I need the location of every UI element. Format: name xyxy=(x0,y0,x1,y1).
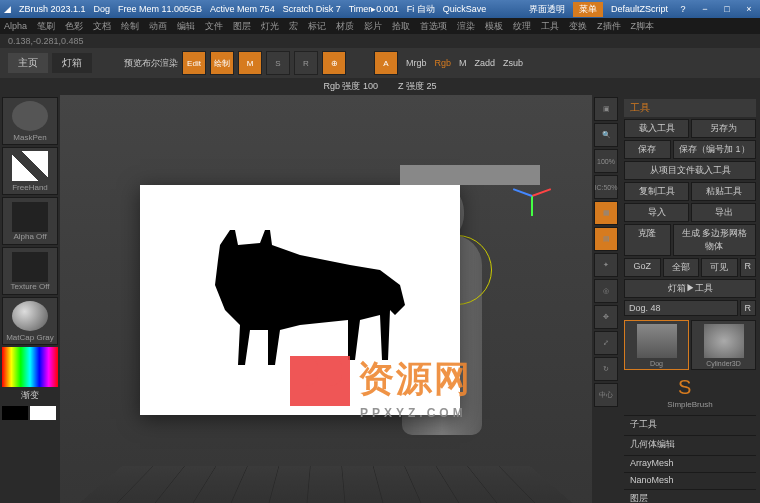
material-matcap[interactable]: MatCap Gray xyxy=(2,297,58,345)
genpoly-button[interactable]: 生成 多边形网格物体 xyxy=(673,224,756,256)
texture-off[interactable]: Texture Off xyxy=(2,247,58,295)
close-icon[interactable]: × xyxy=(742,2,756,16)
bpr-button[interactable]: ▣ xyxy=(594,97,618,121)
script[interactable]: DefaultZScript xyxy=(611,4,668,14)
r-button[interactable]: R xyxy=(740,258,757,277)
thumb-cylinder[interactable]: Cylinder3D xyxy=(691,320,756,370)
menu-texture[interactable]: 纹理 xyxy=(513,20,531,33)
menu-movie[interactable]: 影片 xyxy=(364,20,382,33)
thumb-dog[interactable]: Dog xyxy=(624,320,689,370)
menu-macro[interactable]: 宏 xyxy=(289,20,298,33)
export-button[interactable]: 导出 xyxy=(691,203,756,222)
simplebrush[interactable]: S SimpleBrush xyxy=(624,372,756,413)
section-subtool[interactable]: 子工具 xyxy=(624,415,756,433)
menu-draw[interactable]: 绘制 xyxy=(121,20,139,33)
frame-button[interactable]: ◎ xyxy=(594,279,618,303)
visible-button[interactable]: 可见 xyxy=(701,258,738,277)
goz-button[interactable]: GoZ xyxy=(624,258,661,277)
zoom-icon[interactable]: 🔍 xyxy=(594,123,618,147)
ic-value[interactable]: IC:50% xyxy=(594,175,618,199)
move-icon[interactable]: ✥ xyxy=(594,305,618,329)
rgb-label[interactable]: Rgb xyxy=(435,58,452,68)
rotate-button[interactable]: R xyxy=(294,51,318,75)
menu-tool[interactable]: 工具 xyxy=(541,20,559,33)
menu-material[interactable]: 材质 xyxy=(336,20,354,33)
load-tool-button[interactable]: 载入工具 xyxy=(624,119,689,138)
toolname[interactable]: Dog. 48 xyxy=(624,300,738,316)
clone-button[interactable]: 克隆 xyxy=(624,224,671,256)
menu-picker[interactable]: 拾取 xyxy=(392,20,410,33)
preview-bool-label[interactable]: 预览布尔渲染 xyxy=(124,57,178,70)
menu-doc[interactable]: 文档 xyxy=(93,20,111,33)
loadproj-button[interactable]: 从项目文件载入工具 xyxy=(624,161,756,180)
persp-button[interactable]: ▦ xyxy=(594,201,618,225)
r-button2[interactable]: R xyxy=(740,300,757,316)
menu-color[interactable]: 色彩 xyxy=(65,20,83,33)
gizmo-button[interactable]: ⊕ xyxy=(322,51,346,75)
section-geometry[interactable]: 几何体编辑 xyxy=(624,435,756,453)
a-button[interactable]: A xyxy=(374,51,398,75)
menu-light[interactable]: 灯光 xyxy=(261,20,279,33)
section-arraymesh[interactable]: ArrayMesh xyxy=(624,455,756,470)
mrgb-label[interactable]: Mrgb xyxy=(406,58,427,68)
scale-button[interactable]: S xyxy=(266,51,290,75)
menu-zscript[interactable]: Z脚本 xyxy=(631,20,655,33)
opacity[interactable]: 界面透明 xyxy=(529,3,565,16)
stroke-freehand[interactable]: FreeHand xyxy=(2,147,58,195)
pastetool-button[interactable]: 粘贴工具 xyxy=(691,182,756,201)
color-picker[interactable] xyxy=(2,347,58,387)
menu-render[interactable]: 渲染 xyxy=(457,20,475,33)
panel-header-tool[interactable]: 工具 xyxy=(624,99,756,117)
saveas-button[interactable]: 另存为 xyxy=(691,119,756,138)
tab-home[interactable]: 主页 xyxy=(8,53,48,73)
menu-edit[interactable]: 编辑 xyxy=(177,20,195,33)
move-button[interactable]: M xyxy=(238,51,262,75)
minimize-icon[interactable]: − xyxy=(698,2,712,16)
menu-zplugin[interactable]: Z插件 xyxy=(597,20,621,33)
popup-header[interactable] xyxy=(400,165,540,185)
floor-button[interactable]: ▤ xyxy=(594,227,618,251)
swatch-white[interactable] xyxy=(30,406,56,420)
titlebar: ◢ ZBrush 2023.1.1 Dog Free Mem 11.005GB … xyxy=(0,0,760,18)
menu-prefs[interactable]: 首选项 xyxy=(420,20,447,33)
menu-stencil[interactable]: 模板 xyxy=(485,20,503,33)
copytool-button[interactable]: 复制工具 xyxy=(624,182,689,201)
import-button[interactable]: 导入 xyxy=(624,203,689,222)
menu-btn[interactable]: 菜单 xyxy=(573,2,603,17)
center-icon[interactable]: 中心 xyxy=(594,383,618,407)
zadd-label[interactable]: Zadd xyxy=(475,58,496,68)
save-button[interactable]: 保存 xyxy=(624,140,671,159)
m-label[interactable]: M xyxy=(459,58,467,68)
section-nanomesh[interactable]: NanoMesh xyxy=(624,472,756,487)
lightbox-tools-button[interactable]: 灯箱▶工具 xyxy=(624,279,756,298)
edit-button[interactable]: Edit xyxy=(182,51,206,75)
menu-marker[interactable]: 标记 xyxy=(308,20,326,33)
tab-lightbox[interactable]: 灯箱 xyxy=(52,53,92,73)
menu-transform[interactable]: 变换 xyxy=(569,20,587,33)
localxyz-button[interactable]: ✦ xyxy=(594,253,618,277)
brush-maskpen[interactable]: MaskPen xyxy=(2,97,58,145)
gradient-label[interactable]: 渐变 xyxy=(2,389,58,402)
z-intensity-slider[interactable]: Z 强度 25 xyxy=(398,80,437,93)
rotate-icon[interactable]: ↻ xyxy=(594,357,618,381)
draw-button[interactable]: 绘制 xyxy=(210,51,234,75)
menu-alpha[interactable]: Alpha xyxy=(4,21,27,31)
zsub-label[interactable]: Zsub xyxy=(503,58,523,68)
app-name: ZBrush 2023.1.1 xyxy=(19,4,86,14)
savecopy-button[interactable]: 保存（编号加 1） xyxy=(673,140,756,159)
help-icon[interactable]: ? xyxy=(676,2,690,16)
all-button[interactable]: 全部 xyxy=(663,258,700,277)
zoom-value[interactable]: 100% xyxy=(594,149,618,173)
viewport[interactable]: 资源网 PPXYZ.COM xyxy=(60,95,592,503)
menu-anim[interactable]: 动画 xyxy=(149,20,167,33)
quicksave[interactable]: QuickSave xyxy=(443,4,487,14)
menu-brush[interactable]: 笔刷 xyxy=(37,20,55,33)
scale-icon[interactable]: ⤢ xyxy=(594,331,618,355)
section-layers[interactable]: 图层 xyxy=(624,489,756,503)
rgb-intensity-slider[interactable]: Rgb 强度 100 xyxy=(323,80,378,93)
menu-file[interactable]: 文件 xyxy=(205,20,223,33)
menu-layer[interactable]: 图层 xyxy=(233,20,251,33)
maximize-icon[interactable]: □ xyxy=(720,2,734,16)
alpha-off[interactable]: Alpha Off xyxy=(2,197,58,245)
swatch-black[interactable] xyxy=(2,406,28,420)
